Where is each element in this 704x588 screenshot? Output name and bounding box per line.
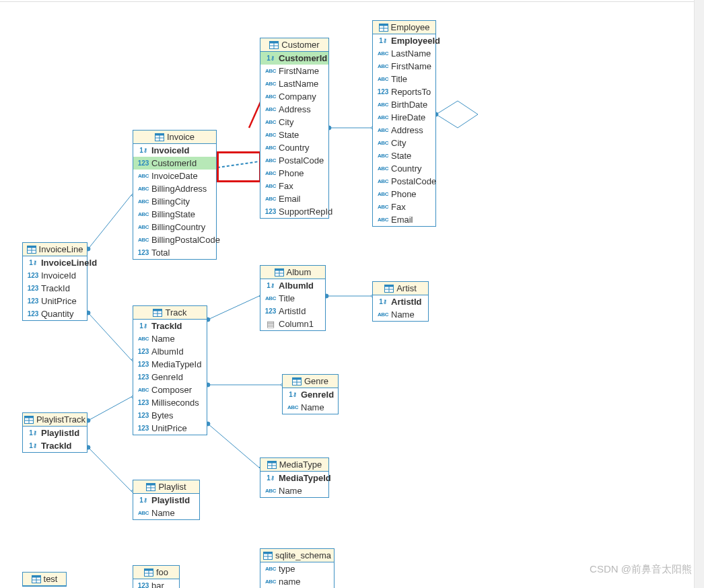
- column-customerid[interactable]: 1⚷CustomerId: [260, 52, 328, 65]
- column-address[interactable]: ABCAddress: [373, 124, 435, 137]
- column-fax[interactable]: ABCFax: [373, 200, 435, 213]
- column-postalcode[interactable]: ABCPostalCode: [373, 175, 435, 188]
- table-artist[interactable]: Artist1⚷ArtistIdABCName: [372, 281, 429, 322]
- table-invoiceline[interactable]: InvoiceLine1⚷InvoiceLineId123InvoiceId12…: [22, 242, 87, 321]
- table-customer[interactable]: Customer1⚷CustomerIdABCFirstNameABCLastN…: [260, 38, 329, 219]
- column-birthdate[interactable]: ABCBirthDate: [373, 98, 435, 111]
- column-company[interactable]: ABCCompany: [260, 90, 328, 103]
- column-country[interactable]: ABCCountry: [260, 141, 328, 154]
- column-name[interactable]: ABCName: [373, 308, 428, 321]
- column-state[interactable]: ABCState: [260, 128, 328, 141]
- column-lastname[interactable]: ABCLastName: [260, 77, 328, 90]
- column-name[interactable]: ABCName: [260, 484, 328, 497]
- column-albumid[interactable]: 123AlbumId: [133, 345, 207, 358]
- column-city[interactable]: ABCCity: [373, 137, 435, 149]
- column-email[interactable]: ABCEmail: [260, 192, 328, 205]
- column-name: TrackId: [41, 440, 72, 451]
- column-title[interactable]: ABCTitle: [373, 73, 435, 85]
- column-genreid[interactable]: 1⚷GenreId: [283, 388, 338, 401]
- table-header[interactable]: Track: [133, 306, 207, 320]
- column-employeeid[interactable]: 1⚷EmployeeId: [373, 34, 435, 47]
- column-phone[interactable]: ABCPhone: [373, 188, 435, 200]
- table-header[interactable]: InvoiceLine: [23, 243, 87, 256]
- column-lastname[interactable]: ABCLastName: [373, 47, 435, 60]
- column-trackid[interactable]: 123TrackId: [23, 282, 87, 295]
- column-artistid[interactable]: 123ArtistId: [260, 305, 325, 318]
- table-invoice[interactable]: Invoice1⚷InvoiceId123CustomerIdABCInvoic…: [133, 130, 217, 260]
- column-email[interactable]: ABCEmail: [373, 213, 435, 226]
- column-billingcountry[interactable]: ABCBillingCountry: [133, 221, 216, 233]
- column-postalcode[interactable]: ABCPostalCode: [260, 154, 328, 167]
- column-name: Title: [279, 293, 295, 304]
- column-billingstate[interactable]: ABCBillingState: [133, 208, 216, 221]
- column-milliseconds[interactable]: 123Milliseconds: [133, 396, 207, 409]
- column-billingcity[interactable]: ABCBillingCity: [133, 195, 216, 208]
- column-composer[interactable]: ABCComposer: [133, 383, 207, 396]
- column-supportrepid[interactable]: 123SupportRepId: [260, 205, 328, 218]
- table-album[interactable]: Album1⚷AlbumIdABCTitle123ArtistId▤Column…: [260, 265, 326, 331]
- table-header[interactable]: Customer: [260, 38, 328, 52]
- column-name[interactable]: ABCName: [133, 332, 207, 345]
- column-trackid[interactable]: 1⚷TrackId: [23, 439, 87, 452]
- table-track[interactable]: Track1⚷TrackIdABCName123AlbumId123MediaT…: [133, 305, 207, 435]
- column-title[interactable]: ABCTitle: [260, 292, 325, 305]
- table-header[interactable]: Playlist: [133, 480, 199, 494]
- column-invoicelineid[interactable]: 1⚷InvoiceLineId: [23, 256, 87, 269]
- column-mediatypeid[interactable]: 1⚷MediaTypeId: [260, 472, 328, 484]
- table-foo[interactable]: foo123bar: [133, 565, 180, 588]
- column-customerid[interactable]: 123CustomerId: [133, 157, 216, 170]
- table-header[interactable]: sqlite_schema: [260, 549, 334, 562]
- table-employee[interactable]: Employee1⚷EmployeeIdABCLastNameABCFirstN…: [372, 20, 436, 227]
- column-column1[interactable]: ▤Column1: [260, 318, 325, 330]
- column-invoiceid[interactable]: 1⚷InvoiceId: [133, 144, 216, 157]
- column-artistid[interactable]: 1⚷ArtistId: [373, 295, 428, 308]
- column-mediatypeid[interactable]: 123MediaTypeId: [133, 358, 207, 371]
- table-name: Artist: [396, 283, 417, 293]
- column-billingaddress[interactable]: ABCBillingAddress: [133, 182, 216, 195]
- column-invoicedate[interactable]: ABCInvoiceDate: [133, 170, 216, 182]
- column-playlistid[interactable]: 1⚷PlaylistId: [133, 494, 199, 507]
- column-address[interactable]: ABCAddress: [260, 103, 328, 116]
- table-header[interactable]: Genre: [283, 375, 338, 388]
- table-header[interactable]: foo: [133, 566, 179, 579]
- table-genre[interactable]: Genre1⚷GenreIdABCName: [282, 374, 339, 414]
- column-name: LastName: [391, 48, 431, 59]
- column-firstname[interactable]: ABCFirstName: [373, 60, 435, 73]
- column-hiredate[interactable]: ABCHireDate: [373, 111, 435, 124]
- column-total[interactable]: 123Total: [133, 246, 216, 259]
- column-reportsto[interactable]: 123ReportsTo: [373, 85, 435, 98]
- column-type[interactable]: ABCtype: [260, 562, 334, 575]
- table-header[interactable]: PlaylistTrack: [23, 413, 87, 427]
- column-state[interactable]: ABCState: [373, 149, 435, 162]
- column-quantity[interactable]: 123Quantity: [23, 307, 87, 320]
- column-albumid[interactable]: 1⚷AlbumId: [260, 279, 325, 292]
- table-header[interactable]: Invoice: [133, 131, 216, 144]
- table-mediatype[interactable]: MediaType1⚷MediaTypeIdABCName: [260, 457, 329, 498]
- column-city[interactable]: ABCCity: [260, 116, 328, 128]
- column-name[interactable]: ABCName: [133, 507, 199, 519]
- column-playlistid[interactable]: 1⚷PlaylistId: [23, 427, 87, 439]
- column-firstname[interactable]: ABCFirstName: [260, 65, 328, 77]
- column-genreid[interactable]: 123GenreId: [133, 371, 207, 383]
- column-billingpostalcode[interactable]: ABCBillingPostalCode: [133, 233, 216, 246]
- column-trackid[interactable]: 1⚷TrackId: [133, 320, 207, 332]
- table-playlisttrack[interactable]: PlaylistTrack1⚷PlaylistId1⚷TrackId: [22, 412, 87, 453]
- column-phone[interactable]: ABCPhone: [260, 167, 328, 180]
- column-name[interactable]: ABCName: [283, 401, 338, 414]
- column-bytes[interactable]: 123Bytes: [133, 409, 207, 422]
- column-unitprice[interactable]: 123UnitPrice: [133, 422, 207, 435]
- table-header[interactable]: test: [23, 573, 66, 586]
- column-name[interactable]: ABCname: [260, 575, 334, 588]
- table-playlist[interactable]: Playlist1⚷PlaylistIdABCName: [133, 480, 200, 520]
- column-invoiceid[interactable]: 123InvoiceId: [23, 269, 87, 282]
- column-bar[interactable]: 123bar: [133, 579, 179, 588]
- table-header[interactable]: Employee: [373, 21, 435, 34]
- column-fax[interactable]: ABCFax: [260, 180, 328, 192]
- table-sqliteschema[interactable]: sqlite_schemaABCtypeABCname: [260, 548, 335, 588]
- table-header[interactable]: Album: [260, 266, 325, 279]
- column-country[interactable]: ABCCountry: [373, 162, 435, 175]
- table-header[interactable]: Artist: [373, 282, 428, 295]
- column-unitprice[interactable]: 123UnitPrice: [23, 295, 87, 307]
- table-test[interactable]: test: [22, 572, 67, 587]
- table-header[interactable]: MediaType: [260, 458, 328, 472]
